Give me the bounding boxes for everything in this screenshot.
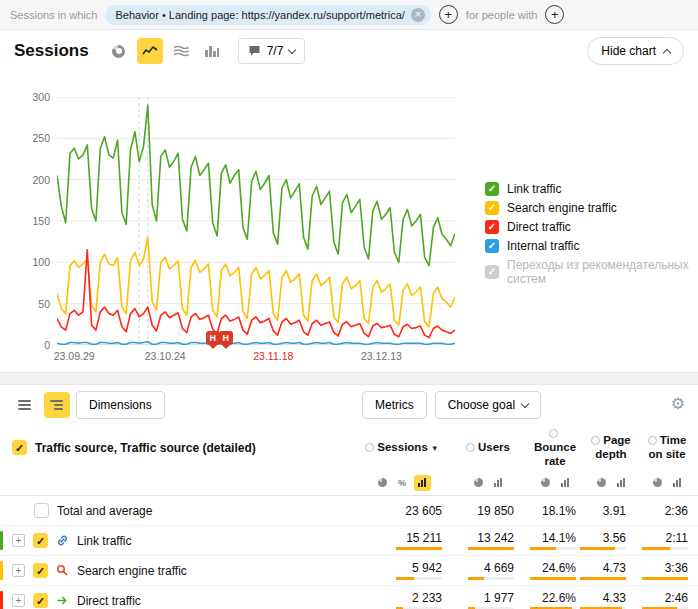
hide-chart-button[interactable]: Hide chart — [587, 37, 684, 65]
y-axis-label: 100 — [14, 256, 50, 268]
pie-display-icon[interactable] — [649, 475, 666, 491]
bars-display-icon[interactable] — [490, 475, 507, 491]
column-header-time-on-site[interactable]: Time on site — [636, 432, 698, 464]
flat-list-view-button[interactable] — [12, 392, 38, 418]
expand-row-button[interactable]: + — [12, 594, 25, 607]
dimensions-button[interactable]: Dimensions — [76, 391, 165, 419]
hide-chart-label: Hide chart — [601, 44, 656, 58]
column-chart-view-button[interactable] — [199, 38, 225, 64]
percent-display-icon[interactable]: % — [394, 475, 411, 491]
total-row-checkbox[interactable] — [34, 503, 49, 518]
metric-bar — [468, 547, 514, 550]
sort-desc-icon: ▼ — [431, 444, 439, 453]
link-icon — [56, 534, 69, 547]
report-table: ✓ Traffic source, Traffic source (detail… — [0, 425, 698, 609]
settings-gear-icon[interactable]: ⚙ — [671, 396, 685, 412]
column-header-users[interactable]: Users — [452, 439, 524, 457]
metric-cell: 19 850 — [452, 504, 524, 518]
annotations-count-label: 7/7 — [267, 44, 284, 58]
bars-display-icon[interactable] — [669, 475, 686, 491]
choose-goal-button[interactable]: Choose goal — [435, 391, 541, 419]
expand-row-button[interactable]: + — [12, 534, 25, 547]
note-pin[interactable]: Н — [219, 331, 233, 345]
metric-bar-fill — [396, 547, 442, 550]
bars-display-icon[interactable] — [557, 475, 574, 491]
mini-bars-icon — [494, 478, 502, 487]
bars-display-icon[interactable] — [414, 475, 431, 491]
expand-row-button[interactable]: + — [12, 564, 25, 577]
search-icon — [56, 564, 69, 577]
pie-display-icon[interactable] — [374, 475, 391, 491]
legend-checkbox[interactable]: ✓ — [485, 239, 499, 253]
pie-chart-view-button[interactable] — [106, 38, 132, 64]
bars-display-icon[interactable] — [613, 475, 630, 491]
select-all-checkbox[interactable]: ✓ — [12, 440, 27, 455]
column-header-page-depth[interactable]: Page depth — [586, 432, 636, 464]
legend-item[interactable]: ✓Search engine traffic — [485, 201, 698, 215]
annotations-selector-button[interactable]: 7/7 — [238, 38, 306, 64]
row-label[interactable]: Link traffic — [77, 534, 131, 548]
metric-cell: 2:46 — [636, 591, 698, 609]
mini-pie-icon — [597, 478, 606, 487]
metric-bar — [642, 577, 688, 580]
metric-bar — [396, 577, 442, 580]
add-segment-button[interactable]: + — [439, 5, 458, 24]
segment-chip[interactable]: Behavior • Landing page: https://yandex.… — [105, 5, 430, 25]
tree-view-button[interactable] — [44, 392, 70, 418]
x-axis-label: 23.10.24 — [145, 350, 186, 362]
mini-pie-icon — [653, 478, 662, 487]
percent-icon: % — [398, 478, 406, 488]
legend-checkbox[interactable]: ✓ — [485, 201, 499, 215]
legend-item[interactable]: ✓Переходы из рекомендательных систем — [485, 258, 698, 286]
row-label[interactable]: Direct traffic — [77, 594, 141, 608]
column-header-sessions[interactable]: Sessions▼ — [352, 439, 452, 457]
legend-label: Search engine traffic — [507, 201, 617, 215]
legend-checkbox[interactable]: ✓ — [485, 182, 499, 196]
metric-info-icon — [365, 443, 374, 452]
row-checkbox[interactable]: ✓ — [33, 563, 48, 578]
metric-value: 5 942 — [412, 561, 442, 575]
column-header-bounce-rate[interactable]: Bounce rate — [524, 425, 586, 470]
metric-bar-fill — [580, 547, 615, 550]
line-chart-view-button[interactable] — [137, 38, 163, 64]
legend-item[interactable]: ✓Internal traffic — [485, 239, 698, 253]
y-axis-label: 200 — [14, 174, 50, 186]
metric-value: 4.33 — [603, 591, 626, 605]
legend-item[interactable]: ✓Link traffic — [485, 182, 698, 196]
row-checkbox[interactable]: ✓ — [33, 533, 48, 548]
choose-goal-label: Choose goal — [448, 398, 515, 412]
chart-legend: ✓Link traffic✓Search engine traffic✓Dire… — [485, 182, 698, 291]
metric-value: 2:36 — [665, 504, 688, 518]
metric-value: 3.91 — [603, 504, 626, 518]
mini-pie-icon — [378, 478, 387, 487]
legend-checkbox[interactable]: ✓ — [485, 220, 499, 234]
stacked-area-view-button[interactable] — [168, 38, 194, 64]
y-axis-label: 50 — [14, 298, 50, 310]
pie-display-icon[interactable] — [537, 475, 554, 491]
chevron-down-icon — [288, 45, 296, 53]
note-pin[interactable]: Н — [206, 331, 220, 345]
pie-display-icon[interactable] — [470, 475, 487, 491]
row-label-cell: +✓Link traffic — [0, 526, 352, 555]
legend-label: Переходы из рекомендательных систем — [507, 258, 698, 286]
series-line-0 — [57, 105, 455, 265]
metric-value: 14.1% — [542, 531, 576, 545]
add-people-filter-button[interactable]: + — [545, 5, 564, 24]
for-people-with-label: for people with — [466, 9, 538, 21]
row-label[interactable]: Search engine traffic — [77, 564, 187, 578]
pie-chart-icon — [112, 45, 125, 58]
stacked-area-icon — [173, 45, 189, 57]
tree-icon — [50, 400, 63, 402]
row-label-cell: +✓Search engine traffic — [0, 556, 352, 585]
legend-checkbox[interactable]: ✓ — [485, 265, 499, 279]
chip-close-icon[interactable]: × — [411, 8, 425, 22]
metric-bar — [468, 577, 514, 580]
pie-display-icon[interactable] — [593, 475, 610, 491]
legend-item[interactable]: ✓Direct traffic — [485, 220, 698, 234]
chart-plot-area: НН — [57, 97, 455, 345]
metrics-button[interactable]: Metrics — [362, 391, 427, 419]
table-header-row: ✓ Traffic source, Traffic source (detail… — [0, 425, 698, 470]
metric-value: 23 605 — [405, 504, 442, 518]
row-checkbox[interactable]: ✓ — [33, 593, 48, 608]
series-line-1 — [57, 238, 455, 327]
